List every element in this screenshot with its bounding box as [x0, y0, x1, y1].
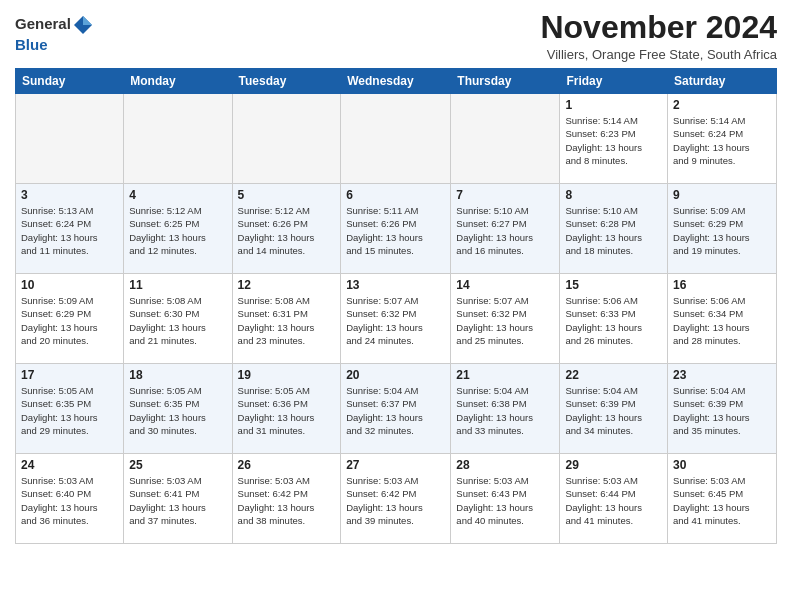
day-info: Sunrise: 5:05 AM Sunset: 6:35 PM Dayligh…: [129, 384, 226, 437]
day-number: 2: [673, 98, 771, 112]
calendar-cell: 29Sunrise: 5:03 AM Sunset: 6:44 PM Dayli…: [560, 454, 668, 544]
day-number: 30: [673, 458, 771, 472]
calendar-cell: 18Sunrise: 5:05 AM Sunset: 6:35 PM Dayli…: [124, 364, 232, 454]
day-info: Sunrise: 5:08 AM Sunset: 6:31 PM Dayligh…: [238, 294, 336, 347]
calendar-cell: [124, 94, 232, 184]
day-info: Sunrise: 5:10 AM Sunset: 6:27 PM Dayligh…: [456, 204, 554, 257]
day-info: Sunrise: 5:14 AM Sunset: 6:24 PM Dayligh…: [673, 114, 771, 167]
day-info: Sunrise: 5:06 AM Sunset: 6:33 PM Dayligh…: [565, 294, 662, 347]
day-number: 27: [346, 458, 445, 472]
day-info: Sunrise: 5:04 AM Sunset: 6:39 PM Dayligh…: [673, 384, 771, 437]
day-info: Sunrise: 5:12 AM Sunset: 6:26 PM Dayligh…: [238, 204, 336, 257]
subtitle: Villiers, Orange Free State, South Afric…: [540, 47, 777, 62]
day-info: Sunrise: 5:05 AM Sunset: 6:36 PM Dayligh…: [238, 384, 336, 437]
day-number: 21: [456, 368, 554, 382]
calendar-cell: 25Sunrise: 5:03 AM Sunset: 6:41 PM Dayli…: [124, 454, 232, 544]
calendar: SundayMondayTuesdayWednesdayThursdayFrid…: [15, 68, 777, 544]
day-number: 23: [673, 368, 771, 382]
day-number: 6: [346, 188, 445, 202]
day-info: Sunrise: 5:11 AM Sunset: 6:26 PM Dayligh…: [346, 204, 445, 257]
day-info: Sunrise: 5:07 AM Sunset: 6:32 PM Dayligh…: [456, 294, 554, 347]
calendar-cell: 9Sunrise: 5:09 AM Sunset: 6:29 PM Daylig…: [668, 184, 777, 274]
day-info: Sunrise: 5:03 AM Sunset: 6:43 PM Dayligh…: [456, 474, 554, 527]
calendar-cell: [451, 94, 560, 184]
calendar-cell: 7Sunrise: 5:10 AM Sunset: 6:27 PM Daylig…: [451, 184, 560, 274]
day-number: 17: [21, 368, 118, 382]
logo-blue: Blue: [15, 36, 48, 53]
day-number: 29: [565, 458, 662, 472]
calendar-cell: 27Sunrise: 5:03 AM Sunset: 6:42 PM Dayli…: [341, 454, 451, 544]
calendar-cell: 24Sunrise: 5:03 AM Sunset: 6:40 PM Dayli…: [16, 454, 124, 544]
title-block: November 2024 Villiers, Orange Free Stat…: [540, 10, 777, 62]
weekday-header-tuesday: Tuesday: [232, 69, 341, 94]
day-info: Sunrise: 5:09 AM Sunset: 6:29 PM Dayligh…: [21, 294, 118, 347]
calendar-cell: 21Sunrise: 5:04 AM Sunset: 6:38 PM Dayli…: [451, 364, 560, 454]
calendar-cell: 22Sunrise: 5:04 AM Sunset: 6:39 PM Dayli…: [560, 364, 668, 454]
calendar-cell: 13Sunrise: 5:07 AM Sunset: 6:32 PM Dayli…: [341, 274, 451, 364]
calendar-cell: 17Sunrise: 5:05 AM Sunset: 6:35 PM Dayli…: [16, 364, 124, 454]
day-info: Sunrise: 5:04 AM Sunset: 6:37 PM Dayligh…: [346, 384, 445, 437]
day-info: Sunrise: 5:09 AM Sunset: 6:29 PM Dayligh…: [673, 204, 771, 257]
day-number: 24: [21, 458, 118, 472]
logo-general: General: [15, 15, 71, 32]
day-number: 25: [129, 458, 226, 472]
calendar-cell: 26Sunrise: 5:03 AM Sunset: 6:42 PM Dayli…: [232, 454, 341, 544]
calendar-cell: 6Sunrise: 5:11 AM Sunset: 6:26 PM Daylig…: [341, 184, 451, 274]
calendar-cell: 1Sunrise: 5:14 AM Sunset: 6:23 PM Daylig…: [560, 94, 668, 184]
calendar-cell: 11Sunrise: 5:08 AM Sunset: 6:30 PM Dayli…: [124, 274, 232, 364]
day-number: 9: [673, 188, 771, 202]
day-number: 4: [129, 188, 226, 202]
calendar-cell: 15Sunrise: 5:06 AM Sunset: 6:33 PM Dayli…: [560, 274, 668, 364]
day-info: Sunrise: 5:03 AM Sunset: 6:44 PM Dayligh…: [565, 474, 662, 527]
calendar-cell: 14Sunrise: 5:07 AM Sunset: 6:32 PM Dayli…: [451, 274, 560, 364]
day-number: 26: [238, 458, 336, 472]
calendar-cell: 2Sunrise: 5:14 AM Sunset: 6:24 PM Daylig…: [668, 94, 777, 184]
calendar-cell: 30Sunrise: 5:03 AM Sunset: 6:45 PM Dayli…: [668, 454, 777, 544]
logo: General Blue: [15, 14, 95, 53]
calendar-cell: [232, 94, 341, 184]
day-info: Sunrise: 5:13 AM Sunset: 6:24 PM Dayligh…: [21, 204, 118, 257]
day-number: 11: [129, 278, 226, 292]
day-info: Sunrise: 5:07 AM Sunset: 6:32 PM Dayligh…: [346, 294, 445, 347]
day-number: 20: [346, 368, 445, 382]
day-info: Sunrise: 5:05 AM Sunset: 6:35 PM Dayligh…: [21, 384, 118, 437]
calendar-cell: 4Sunrise: 5:12 AM Sunset: 6:25 PM Daylig…: [124, 184, 232, 274]
weekday-header-friday: Friday: [560, 69, 668, 94]
weekday-header-monday: Monday: [124, 69, 232, 94]
weekday-header-wednesday: Wednesday: [341, 69, 451, 94]
day-number: 15: [565, 278, 662, 292]
calendar-cell: [341, 94, 451, 184]
day-info: Sunrise: 5:12 AM Sunset: 6:25 PM Dayligh…: [129, 204, 226, 257]
day-info: Sunrise: 5:03 AM Sunset: 6:41 PM Dayligh…: [129, 474, 226, 527]
day-number: 3: [21, 188, 118, 202]
calendar-cell: 28Sunrise: 5:03 AM Sunset: 6:43 PM Dayli…: [451, 454, 560, 544]
calendar-cell: [16, 94, 124, 184]
day-number: 12: [238, 278, 336, 292]
day-number: 16: [673, 278, 771, 292]
day-info: Sunrise: 5:10 AM Sunset: 6:28 PM Dayligh…: [565, 204, 662, 257]
month-title: November 2024: [540, 10, 777, 45]
calendar-cell: 12Sunrise: 5:08 AM Sunset: 6:31 PM Dayli…: [232, 274, 341, 364]
day-number: 10: [21, 278, 118, 292]
day-info: Sunrise: 5:06 AM Sunset: 6:34 PM Dayligh…: [673, 294, 771, 347]
day-info: Sunrise: 5:03 AM Sunset: 6:42 PM Dayligh…: [346, 474, 445, 527]
day-info: Sunrise: 5:03 AM Sunset: 6:45 PM Dayligh…: [673, 474, 771, 527]
day-number: 7: [456, 188, 554, 202]
day-number: 8: [565, 188, 662, 202]
calendar-cell: 23Sunrise: 5:04 AM Sunset: 6:39 PM Dayli…: [668, 364, 777, 454]
calendar-cell: 3Sunrise: 5:13 AM Sunset: 6:24 PM Daylig…: [16, 184, 124, 274]
day-info: Sunrise: 5:04 AM Sunset: 6:39 PM Dayligh…: [565, 384, 662, 437]
day-info: Sunrise: 5:04 AM Sunset: 6:38 PM Dayligh…: [456, 384, 554, 437]
svg-marker-1: [83, 16, 92, 25]
calendar-cell: 5Sunrise: 5:12 AM Sunset: 6:26 PM Daylig…: [232, 184, 341, 274]
day-info: Sunrise: 5:03 AM Sunset: 6:42 PM Dayligh…: [238, 474, 336, 527]
logo-text: General Blue: [15, 14, 95, 53]
day-number: 22: [565, 368, 662, 382]
weekday-header-sunday: Sunday: [16, 69, 124, 94]
calendar-cell: 10Sunrise: 5:09 AM Sunset: 6:29 PM Dayli…: [16, 274, 124, 364]
calendar-cell: 20Sunrise: 5:04 AM Sunset: 6:37 PM Dayli…: [341, 364, 451, 454]
day-number: 19: [238, 368, 336, 382]
day-number: 13: [346, 278, 445, 292]
page: General Blue November 2024 Villiers, Ora…: [0, 0, 792, 554]
weekday-header-saturday: Saturday: [668, 69, 777, 94]
